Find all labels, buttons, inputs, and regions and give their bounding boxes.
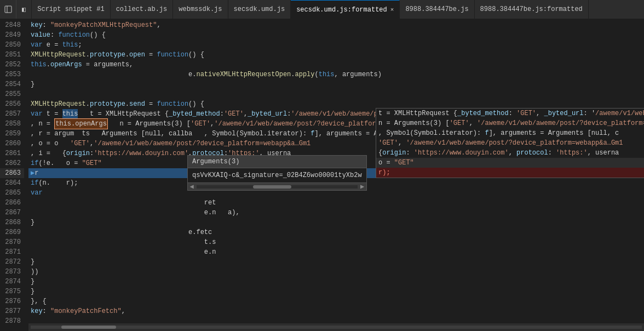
code-line-2877[interactable]: key: "monkeyPatchFetch", [28,306,644,316]
code-line-2873[interactable]: )) [28,267,644,277]
code-line-2867[interactable]: e.n a), [28,208,644,218]
code-line-2874[interactable]: } [28,277,644,287]
editor-area: 2848284928502851285228532854285528562857… [0,19,644,331]
line-number-2856: 2856 [0,99,24,109]
line-number-2854: 2854 [0,79,24,89]
line-number-2878: 2878 [0,316,24,326]
scrollbar-track[interactable] [197,185,358,189]
tab-secsdk-umd-js[interactable]: secsdk.umd.js [228,0,291,19]
tooltip-scrollbar[interactable]: ◀▶ [187,183,367,191]
line-number-2863: 2863 [0,168,24,178]
line-number-2862: 2862 [0,158,24,168]
code-line-2872[interactable]: } [28,257,644,267]
right-tooltip-line-1: n = Arguments(3) ['GET', '/aweme/v1/web/… [376,118,644,128]
line-number-2869: 2869 [0,227,24,237]
code-line-2848[interactable]: key: "monkeyPatchXMLHttpRequest", [28,20,644,30]
code-line-2851[interactable]: XMLHttpRequest.prototype.open = function… [28,50,644,60]
scrollbar-left-arrow[interactable]: ◀ [188,183,196,191]
line-number-2873: 2873 [0,267,24,277]
tooltip-content: qsVvKXAIQ-c&_signature=_02B4Z6wo00001tyX… [187,168,367,183]
tab-8988-be-js[interactable]: 8988.384447be.js [400,0,474,19]
editor-scrollbar-thumb[interactable] [61,326,116,329]
tab-sidebar-toggle[interactable]: ◧ [16,0,32,19]
code-line-2855[interactable] [28,89,644,99]
line-number-2875: 2875 [0,287,24,296]
line-number-2851: 2851 [0,50,24,60]
line-number-2861: 2861 [0,149,24,158]
tab-bar: ◧Script snippet #1collect.ab.jswebmssdk.… [0,0,644,19]
line-number-2874: 2874 [0,277,24,287]
right-tooltip-line-3: 'GET', '/aweme/v1/web/aweme/post/?device… [376,138,644,148]
tab-script-snippet[interactable]: Script snippet #1 [32,0,110,19]
editor-scrollbar[interactable] [28,323,644,331]
line-number-2853: 2853 [0,70,24,79]
line-number-2868: 2868 [0,218,24,227]
scrollbar-thumb[interactable] [253,185,291,189]
right-tooltip-line-2: , Symbol(Symbol.iterator): f], arguments… [376,128,644,138]
tab-webmssdk-js[interactable]: webmssdk.js [173,0,228,19]
right-tooltip-panel: t = XMLHttpRequest {_byted_method: 'GET'… [376,108,644,178]
code-line-2870[interactable]: t.s [28,237,644,247]
code-line-2849[interactable]: value: function() { [28,30,644,40]
line-number-2872: 2872 [0,257,24,267]
line-number-2877: 2877 [0,306,24,316]
sidebar-toggle-button[interactable] [0,0,16,19]
line-number-2865: 2865 [0,188,24,198]
code-line-2850[interactable]: var e = this; [28,40,644,50]
line-number-2858: 2858 [0,119,24,129]
scrollbar-right-arrow[interactable]: ▶ [359,183,366,191]
tabs-container: ◧Script snippet #1collect.ab.jswebmssdk.… [16,0,631,19]
tab-overflow-button[interactable] [631,0,644,19]
line-number-2864: 2864 [0,178,24,188]
line-number-2850: 2850 [0,40,24,50]
line-number-2857: 2857 [0,109,24,119]
line-number-2870: 2870 [0,237,24,247]
right-tooltip-line-5: o = "GET" [376,158,644,168]
right-tooltip-line-0: t = XMLHttpRequest {_byted_method: 'GET'… [376,109,644,118]
line-number-2860: 2860 [0,139,24,149]
line-number-2859: 2859 [0,129,24,139]
code-content[interactable]: key: "monkeyPatchXMLHttpRequest", value:… [28,19,644,331]
line-number-2871: 2871 [0,247,24,257]
code-line-2876[interactable]: }, { [28,296,644,306]
line-number-2876: 2876 [0,296,24,306]
tab-close-secsdk-formatted[interactable]: × [390,7,394,13]
code-line-2853[interactable]: e.nativeXMLHttpRequestOpen.apply(this, a… [28,70,644,79]
right-tooltip-line-4: {origin: 'https://www.douyin.com', proto… [376,148,644,158]
tab-8988-formatted[interactable]: 8988.384447be.js:formatted [475,0,589,19]
code-line-2875[interactable]: } [28,287,644,296]
svg-rect-0 [5,6,12,13]
code-line-2869[interactable]: e.fetc [28,227,644,237]
code-line-2868[interactable]: } [28,218,644,227]
tooltip-popup: Arguments(3)qsVvKXAIQ-c&_signature=_02B4… [187,155,367,191]
line-numbers: 2848284928502851285228532854285528562857… [0,19,28,331]
line-number-2866: 2866 [0,198,24,208]
line-number-2849: 2849 [0,30,24,40]
line-number-2848: 2848 [0,20,24,30]
tab-collect-ab-js[interactable]: collect.ab.js [111,0,174,19]
line-number-2867: 2867 [0,208,24,218]
tooltip-header: Arguments(3) [187,155,367,168]
line-number-2852: 2852 [0,60,24,70]
tab-secsdk-formatted[interactable]: secsdk.umd.js:formatted× [291,0,400,19]
code-line-2852[interactable]: this.openArgs = arguments, [28,60,644,70]
line-number-2855: 2855 [0,89,24,99]
right-tooltip-line-6: r); [376,168,644,178]
code-line-2854[interactable]: } [28,79,644,89]
editor-scrollbar-track[interactable] [31,326,642,329]
code-line-2866[interactable]: ret [28,198,644,208]
code-line-2871[interactable]: e.n [28,247,644,257]
